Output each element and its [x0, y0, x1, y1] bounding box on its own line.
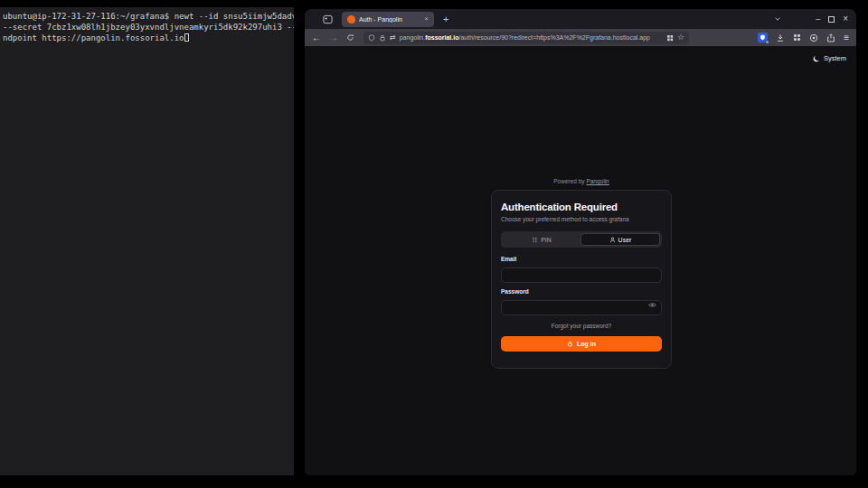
page-actions-grid-icon[interactable] — [666, 34, 674, 42]
forward-button[interactable]: → — [329, 33, 338, 42]
card-title: Authentication Required — [501, 202, 662, 212]
shield-icon[interactable] — [368, 34, 375, 42]
browser-window: Auth - Pangolin × + – × ← → — [305, 9, 856, 475]
circle-extension-icon[interactable] — [809, 33, 818, 42]
email-input[interactable] — [501, 267, 662, 283]
tab-pin[interactable]: PIN — [503, 233, 580, 246]
auth-card: Authentication Required Choose your pref… — [491, 190, 672, 369]
auth-method-tabs: PIN User — [501, 231, 662, 248]
window-controls: – × — [816, 14, 848, 23]
theme-label: System — [824, 54, 846, 62]
terminal-line-text: ndpoint https://pangolin.fossorial.io — [3, 33, 184, 42]
forgot-password-link[interactable]: Forgot your password? — [501, 323, 662, 329]
powered-by-text: Powered by — [553, 178, 584, 184]
browser-tab-auth-pangolin[interactable]: Auth - Pangolin × — [342, 12, 434, 27]
lock-icon[interactable] — [379, 34, 386, 42]
terminal-window[interactable]: ubuntu@ip-172-31-27-116:~/grafana$ newt … — [0, 7, 294, 475]
desktop: ubuntu@ip-172-31-27-116:~/grafana$ newt … — [0, 0, 868, 488]
firefox-view-icon[interactable] — [323, 14, 333, 24]
bookmark-star-icon[interactable]: ☆ — [677, 33, 684, 42]
tab-user-label: User — [618, 237, 632, 243]
url-domain: fossorial.io — [425, 34, 458, 41]
downloads-icon[interactable] — [776, 33, 785, 42]
new-tab-button[interactable]: + — [443, 14, 448, 24]
tab-user[interactable]: User — [580, 233, 660, 246]
dialpad-icon — [532, 237, 538, 243]
close-window-button[interactable]: × — [843, 14, 848, 23]
extension-badge — [765, 40, 769, 44]
user-icon — [609, 237, 616, 243]
email-label: Email — [501, 256, 662, 262]
browser-tab-bar: Auth - Pangolin × + – × — [305, 9, 856, 29]
toolbar-icons: ≡ — [758, 33, 849, 42]
show-password-eye-icon[interactable] — [648, 301, 656, 309]
share-icon[interactable] — [826, 33, 835, 42]
menu-icon[interactable]: ≡ — [844, 33, 849, 42]
password-manager-extension-icon[interactable] — [758, 33, 768, 42]
page-content: System Powered by Pangolin Authenticatio… — [305, 46, 856, 475]
maximize-button[interactable] — [828, 16, 835, 23]
login-button[interactable]: Log in — [501, 336, 662, 352]
browser-nav-bar: ← → ⇄ pangolin.fossorial.io/auth/resourc… — [305, 29, 856, 46]
login-button-label: Log in — [577, 341, 596, 347]
permissions-exchange-icon[interactable]: ⇄ — [390, 34, 396, 42]
lock-icon-small — [567, 341, 573, 347]
minimize-button[interactable]: – — [816, 15, 820, 23]
grid-extension-icon[interactable] — [793, 33, 801, 42]
password-input[interactable] — [501, 300, 662, 315]
terminal-line: ubuntu@ip-172-31-27-116:~/grafana$ newt … — [3, 11, 291, 22]
url-fade — [646, 33, 663, 42]
reload-button[interactable] — [346, 33, 354, 42]
back-button[interactable]: ← — [312, 33, 321, 42]
url-text: pangolin.fossorial.io/auth/resource/90?r… — [400, 33, 663, 42]
terminal-line: ndpoint https://pangolin.fossorial.io — [3, 33, 291, 43]
url-bar[interactable]: ⇄ pangolin.fossorial.io/auth/resource/90… — [363, 32, 689, 44]
url-path: /auth/resource/90?redirect=https%3A%2F%2… — [458, 34, 650, 41]
url-prefix: pangolin. — [400, 34, 425, 41]
terminal-line: --secret 7cbz1xw08lh1jbzey03yxvndljvneam… — [3, 22, 291, 33]
list-tabs-chevron-icon[interactable] — [774, 15, 781, 23]
pangolin-link[interactable]: Pangolin — [586, 178, 609, 184]
card-subtitle: Choose your preferred method to access g… — [501, 216, 662, 222]
close-tab-icon[interactable]: × — [424, 15, 429, 23]
password-label: Password — [501, 288, 662, 295]
theme-moon-icon — [813, 55, 820, 62]
auth-section: Powered by Pangolin Authentication Requi… — [491, 178, 672, 369]
terminal-cursor — [184, 33, 189, 42]
theme-toggle[interactable]: System — [813, 54, 846, 62]
tab-title: Auth - Pangolin — [359, 16, 420, 23]
tab-pin-label: PIN — [541, 237, 552, 243]
pangolin-favicon — [347, 15, 355, 23]
powered-by: Powered by Pangolin — [491, 178, 672, 184]
